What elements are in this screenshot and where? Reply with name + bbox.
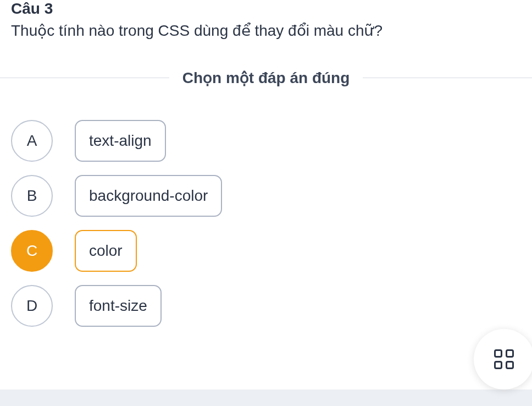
option-row-d[interactable]: D font-size — [11, 285, 521, 327]
question-number: Câu 3 — [11, 0, 521, 18]
option-text-c[interactable]: color — [75, 230, 137, 272]
option-text-a[interactable]: text-align — [75, 120, 166, 162]
grid-menu-button[interactable] — [474, 329, 532, 389]
option-letter-d[interactable]: D — [11, 285, 53, 327]
divider-line-left — [0, 78, 169, 78]
option-row-c[interactable]: C color — [11, 230, 521, 272]
question-text: Thuộc tính nào trong CSS dùng để thay đổ… — [11, 20, 521, 41]
instruction-label: Chọn một đáp án đúng — [169, 69, 363, 87]
option-letter-c[interactable]: C — [11, 230, 53, 272]
divider-line-right — [363, 78, 532, 78]
instruction-divider: Chọn một đáp án đúng — [0, 69, 532, 87]
option-row-a[interactable]: A text-align — [11, 120, 521, 162]
option-text-d[interactable]: font-size — [75, 285, 162, 327]
option-text-b[interactable]: background-color — [75, 175, 222, 217]
grid-icon — [494, 349, 514, 369]
option-letter-a[interactable]: A — [11, 120, 53, 162]
option-row-b[interactable]: B background-color — [11, 175, 521, 217]
option-letter-b[interactable]: B — [11, 175, 53, 217]
options-list: A text-align B background-color C color … — [0, 120, 532, 327]
footer-strip — [0, 389, 532, 406]
